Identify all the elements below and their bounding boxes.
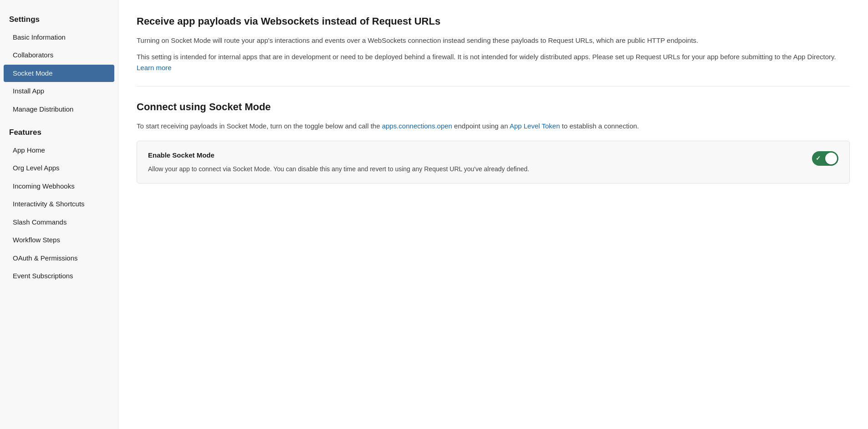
section-websockets: Receive app payloads via Websockets inst… [137,14,850,73]
learn-more-link[interactable]: Learn more [137,64,172,72]
features-section-title: Features [0,118,118,141]
sidebar-item-workflow-steps[interactable]: Workflow Steps [4,231,114,249]
section-socket-mode: Connect using Socket Mode To start recei… [137,99,850,184]
section-websockets-title: Receive app payloads via Websockets inst… [137,14,850,29]
enable-socket-mode-title: Enable Socket Mode [148,150,803,161]
sidebar-item-collaborators[interactable]: Collaborators [4,46,114,64]
toggle-checkmark-icon: ✓ [816,154,821,163]
sidebar-item-event-subscriptions[interactable]: Event Subscriptions [4,267,114,285]
sidebar-item-basic-information[interactable]: Basic Information [4,29,114,46]
sidebar: Settings Basic Information Collaborators… [0,0,118,429]
sidebar-item-oauth-permissions[interactable]: OAuth & Permissions [4,250,114,267]
enable-socket-mode-toggle[interactable]: ✓ [812,151,838,166]
app-level-token-link[interactable]: App Level Token [510,122,560,130]
sidebar-item-install-app[interactable]: Install App [4,82,114,100]
sidebar-item-app-home[interactable]: App Home [4,142,114,159]
section-divider [137,86,850,87]
settings-section-title: Settings [0,9,118,28]
sidebar-item-org-level-apps[interactable]: Org Level Apps [4,159,114,177]
sidebar-item-socket-mode[interactable]: Socket Mode [4,65,114,82]
sidebar-item-manage-distribution[interactable]: Manage Distribution [4,101,114,118]
paragraph2-text: This setting is intended for internal ap… [137,53,836,61]
section-websockets-paragraph1: Turning on Socket Mode will route your a… [137,35,850,46]
enable-socket-mode-box: Enable Socket Mode Allow your app to con… [137,141,850,184]
enable-socket-mode-description: Allow your app to connect via Socket Mod… [148,164,803,174]
sidebar-item-incoming-webhooks[interactable]: Incoming Webhooks [4,178,114,195]
section-websockets-paragraph2: This setting is intended for internal ap… [137,51,850,73]
section-socket-mode-title: Connect using Socket Mode [137,99,850,114]
toggle-track: ✓ [812,151,838,166]
socket-mode-box-content: Enable Socket Mode Allow your app to con… [148,150,803,174]
connect-description: To start receiving payloads in Socket Mo… [137,121,850,132]
main-content: Receive app payloads via Websockets inst… [118,0,868,429]
sidebar-item-interactivity-shortcuts[interactable]: Interactivity & Shortcuts [4,195,114,213]
sidebar-item-slash-commands[interactable]: Slash Commands [4,214,114,231]
apps-connections-link[interactable]: apps.connections.open [382,122,452,130]
toggle-thumb [825,153,837,164]
toggle-container: ✓ [812,151,838,166]
